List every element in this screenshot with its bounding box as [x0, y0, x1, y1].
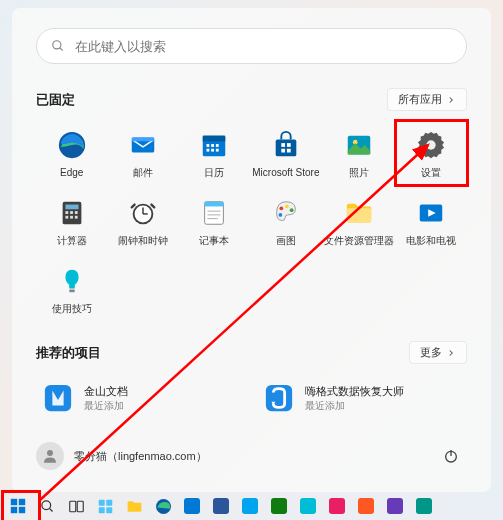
taskbar-app[interactable]: [381, 494, 409, 518]
svg-rect-70: [329, 498, 345, 514]
app-icon: [358, 498, 374, 514]
svg-rect-60: [98, 499, 104, 505]
app-tile-mail[interactable]: 邮件: [107, 123, 178, 185]
app-tile-edge[interactable]: Edge: [36, 123, 107, 185]
svg-rect-23: [65, 211, 68, 214]
taskbar-app[interactable]: [265, 494, 293, 518]
svg-rect-45: [69, 289, 75, 292]
app-label: 设置: [421, 167, 441, 179]
rec-subtitle: 最近添加: [305, 399, 404, 413]
taskbar-file-explorer[interactable]: [120, 494, 148, 518]
app-icon: [329, 498, 345, 514]
start-menu: 已固定 所有应用 Edge 邮件 日历 Microsoft Store 照片: [12, 8, 491, 492]
user-row: 零分猫（lingfenmao.com）: [36, 428, 467, 472]
taskbar-app[interactable]: [410, 494, 438, 518]
calculator-icon: [56, 197, 88, 229]
recommended-item-jinshan[interactable]: 金山文档 最近添加: [36, 376, 247, 420]
taskbar-app[interactable]: [352, 494, 380, 518]
app-tile-notepad[interactable]: 记事本: [179, 191, 250, 253]
search-icon: [40, 499, 55, 514]
user-account-button[interactable]: 零分猫（lingfenmao.com）: [36, 442, 207, 470]
chevron-right-icon: [446, 348, 456, 358]
mail-icon: [127, 129, 159, 161]
svg-rect-55: [19, 507, 25, 513]
app-label: 使用技巧: [52, 303, 92, 315]
app-icon: [242, 498, 258, 514]
svg-rect-58: [69, 501, 75, 512]
svg-rect-72: [387, 498, 403, 514]
app-label: 邮件: [133, 167, 153, 179]
svg-rect-8: [212, 144, 215, 147]
svg-point-40: [290, 208, 294, 212]
app-icon: [184, 498, 200, 514]
taskbar-app[interactable]: [207, 494, 235, 518]
app-tile-photos[interactable]: 照片: [322, 123, 396, 185]
app-tile-microsoft-store[interactable]: Microsoft Store: [250, 123, 321, 185]
taskbar-widgets[interactable]: [91, 494, 119, 518]
recommended-item-recovery[interactable]: 嗨格式数据恢复大师 最近添加: [257, 376, 468, 420]
search-icon: [51, 39, 65, 53]
power-button[interactable]: [435, 440, 467, 472]
app-tile-calendar[interactable]: 日历: [179, 123, 250, 185]
tips-icon: [56, 265, 88, 297]
app-icon: [387, 498, 403, 514]
svg-rect-34: [205, 202, 224, 207]
recommended-header: 推荐的项目 更多: [36, 341, 467, 364]
svg-rect-65: [184, 498, 200, 514]
app-label: 电影和电视: [406, 235, 456, 247]
svg-rect-4: [132, 138, 155, 142]
svg-rect-62: [98, 507, 104, 513]
svg-rect-27: [70, 216, 73, 219]
svg-line-57: [49, 508, 52, 511]
calendar-icon: [198, 129, 230, 161]
taskbar-app[interactable]: [178, 494, 206, 518]
svg-rect-28: [75, 216, 78, 219]
more-label: 更多: [420, 345, 442, 360]
app-tile-file-explorer[interactable]: 文件资源管理器: [322, 191, 396, 253]
app-tile-paint[interactable]: 画图: [250, 191, 321, 253]
taskbar: [0, 492, 503, 520]
svg-rect-26: [65, 216, 68, 219]
edge-icon: [155, 498, 172, 515]
taskbar-start-button[interactable]: [4, 494, 32, 518]
app-label: 文件资源管理器: [324, 235, 394, 247]
svg-rect-15: [287, 143, 291, 147]
widgets-icon: [98, 499, 113, 514]
app-label: 日历: [204, 167, 224, 179]
svg-rect-52: [11, 499, 17, 505]
app-tile-alarms-clock[interactable]: 闹钟和时钟: [107, 191, 178, 253]
more-button[interactable]: 更多: [409, 341, 467, 364]
taskbar-search-button[interactable]: [33, 494, 61, 518]
svg-rect-13: [276, 139, 297, 156]
app-tile-settings[interactable]: 设置: [396, 123, 467, 185]
movies-tv-icon: [415, 197, 447, 229]
taskbar-app[interactable]: [294, 494, 322, 518]
task-view-icon: [69, 499, 84, 514]
paint-icon: [270, 197, 302, 229]
taskbar-edge[interactable]: [149, 494, 177, 518]
svg-rect-22: [65, 205, 78, 210]
svg-rect-53: [19, 499, 25, 505]
svg-rect-59: [77, 501, 83, 512]
svg-rect-6: [203, 136, 226, 142]
svg-rect-12: [216, 149, 219, 152]
app-tile-tips[interactable]: 使用技巧: [36, 259, 107, 321]
pinned-grid: Edge 邮件 日历 Microsoft Store 照片 设置 计算器 闹钟: [36, 123, 467, 321]
svg-rect-42: [346, 208, 370, 222]
taskbar-task-view[interactable]: [62, 494, 90, 518]
svg-point-38: [279, 206, 283, 210]
app-label: Edge: [60, 167, 83, 179]
all-apps-button[interactable]: 所有应用: [387, 88, 467, 111]
svg-rect-25: [75, 211, 78, 214]
svg-point-0: [53, 41, 61, 49]
search-input[interactable]: [75, 39, 452, 54]
svg-point-41: [278, 213, 282, 217]
svg-point-56: [41, 500, 50, 509]
avatar-icon: [36, 442, 64, 470]
taskbar-app[interactable]: [323, 494, 351, 518]
search-box[interactable]: [36, 28, 467, 64]
app-tile-calculator[interactable]: 计算器: [36, 191, 107, 253]
app-tile-movies-tv[interactable]: 电影和电视: [396, 191, 467, 253]
app-icon: [300, 498, 316, 514]
taskbar-app[interactable]: [236, 494, 264, 518]
